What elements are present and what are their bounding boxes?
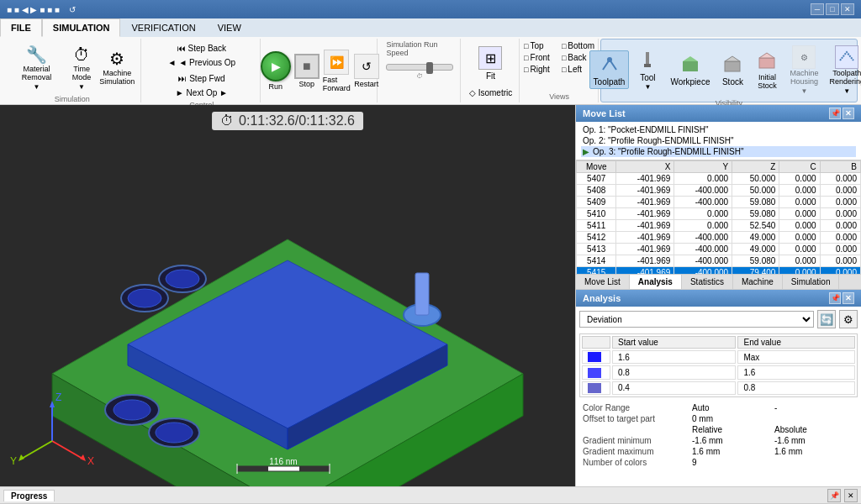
table-row[interactable]: 5414-401.969-400.00059.0800.0000.000 — [577, 255, 861, 267]
machine-simulation-button[interactable]: ⚙ MachineSimulation — [98, 46, 135, 89]
control-group: ⏮ Step Back ◄ ◄ Previous Op ⏭ Step Fwd — [143, 39, 261, 102]
workpiece-button[interactable]: Workpiece — [666, 50, 714, 89]
panel-close-button[interactable]: ✕ — [843, 108, 854, 119]
prev-op-button[interactable]: ◄ ◄ Previous Op — [164, 56, 240, 69]
analysis-settings-button[interactable]: ⚙ — [839, 310, 858, 328]
isometric-button[interactable]: ◇ Isometric — [465, 87, 517, 99]
bottom-tab-progress[interactable]: Progress — [3, 490, 55, 501]
front-view-button[interactable]: □ Front — [521, 52, 552, 63]
svg-rect-37 — [299, 466, 330, 471]
app-title: ■ ■ ◀ ▶ ■ ■ ■ ↺ — [7, 5, 76, 14]
maximize-button[interactable]: □ — [826, 3, 839, 15]
svg-point-0 — [607, 57, 612, 62]
color-col-header — [582, 336, 610, 349]
isometric-icon: ◇ — [469, 88, 476, 97]
analysis-content: Deviation 🔄 ⚙ Start value End value — [576, 307, 861, 486]
title-bar: ■ ■ ◀ ▶ ■ ■ ■ ↺ ─ □ ✕ — [0, 0, 861, 18]
bottom-pin-button[interactable]: 📌 — [827, 489, 841, 502]
color-table-row: 0.8 1.6 — [582, 365, 855, 379]
color-table-row: 1.6 Max — [582, 350, 855, 364]
main-area: ⏱ 0:11:32.6/0:11:32.6 — [0, 105, 861, 486]
operation-3[interactable]: ▶ Op. 3: "Profile Rough-ENDMILL FINISH" — [581, 146, 856, 157]
tool-button[interactable]: Tool ▼ — [631, 46, 663, 93]
tab-statistics[interactable]: Statistics — [682, 275, 733, 289]
table-row[interactable]: 5411-401.9690.00052.5400.0000.000 — [577, 220, 861, 232]
tab-move-list[interactable]: Move List — [576, 275, 630, 289]
toolpath-button[interactable]: Toolpath — [589, 50, 630, 89]
material-removal-button[interactable]: 🔧 Material Removal ▼ — [8, 42, 65, 93]
operation-1[interactable]: Op. 1: "Pocket-ENDMILL FINISH" — [581, 124, 856, 135]
simulation-group-label: Simulation — [55, 95, 90, 103]
tab-verification[interactable]: VERIFICATION — [120, 18, 206, 37]
restart-button[interactable]: ↺ — [354, 54, 379, 79]
fit-button[interactable]: ⊞ Fit — [473, 42, 508, 85]
svg-marker-4 — [683, 56, 698, 61]
close-button[interactable]: ✕ — [841, 3, 854, 15]
simulation-group-inner: 🔧 Material Removal ▼ ⏱ TimeMode ▼ ⚙ Mach… — [8, 40, 135, 95]
right-panel: Move List 📌 ✕ Op. 1: "Pocket-ENDMILL FIN… — [575, 105, 861, 486]
table-row[interactable]: 5410-401.9690.00059.0800.0000.000 — [577, 208, 861, 220]
col-b: B — [820, 161, 860, 173]
timer-display: 0:11:32.6/0:11:32.6 — [239, 113, 355, 129]
table-row[interactable]: 5415-401.969-400.00079.4000.0000.000 — [577, 267, 861, 275]
analysis-toolbar: Deviation 🔄 ⚙ — [579, 310, 858, 328]
operation-2[interactable]: Op. 2: "Profile Rough-ENDMILL FINISH" — [581, 135, 856, 146]
move-list-header: Move List 📌 ✕ — [576, 105, 861, 122]
table-row[interactable]: 5413-401.969-400.00049.0000.0000.000 — [577, 244, 861, 255]
toolpath-rendering-button[interactable]: ToolpathRendering ▼ — [826, 43, 862, 97]
step-fwd-button[interactable]: ⏭ Step Fwd — [174, 72, 229, 85]
fast-forward-label: FastForward — [323, 76, 351, 92]
top-view-button[interactable]: □ Top — [521, 40, 552, 51]
bottom-close-button[interactable]: ✕ — [844, 489, 858, 502]
tab-simulation[interactable]: Simulation — [783, 275, 840, 289]
tab-file[interactable]: FILE — [0, 18, 42, 37]
minimize-button[interactable]: ─ — [811, 3, 824, 15]
status-bar-right: 📌 ✕ — [827, 489, 858, 502]
panel-pin-button[interactable]: 📌 — [829, 108, 841, 119]
fit-group: ⊞ Fit ◇ Isometric — [462, 39, 519, 102]
step-back-icon: ⏮ — [177, 44, 186, 53]
time-mode-button[interactable]: ⏱ TimeMode ▼ — [66, 42, 97, 93]
initial-stock-button[interactable]: InitialStock — [751, 47, 783, 93]
workpiece-icon — [679, 53, 702, 76]
analysis-refresh-button[interactable]: 🔄 — [817, 310, 836, 328]
step-back-button[interactable]: ⏮ Step Back — [173, 42, 231, 55]
machine-housing-icon: ⚙ — [792, 45, 816, 69]
stock-button[interactable]: Stock — [716, 50, 748, 89]
viewport[interactable]: ⏱ 0:11:32.6/0:11:32.6 — [0, 105, 575, 486]
table-row[interactable]: 5408-401.969-400.00050.0000.0000.000 — [577, 185, 861, 197]
table-row[interactable]: 5412-401.969-400.00049.0000.0000.000 — [577, 232, 861, 244]
analysis-close-button[interactable]: ✕ — [843, 292, 854, 304]
color-table-row: 0.4 0.8 — [582, 381, 855, 395]
analysis-prop-row: Gradient minimum -1.6 mm -1.6 mm — [579, 435, 858, 446]
right-view-button[interactable]: □ Right — [521, 64, 552, 75]
right-view-icon: □ — [524, 66, 528, 74]
machine-housing-button[interactable]: ⚙ MachineHousing ▼ — [785, 43, 822, 97]
run-button[interactable] — [261, 51, 291, 81]
stop-button[interactable]: ■ — [294, 54, 320, 79]
toolpath-icon — [598, 53, 621, 76]
move-table[interactable]: Move X Y Z C B 5407-401.9690.00050.0000.… — [576, 160, 861, 274]
svg-point-21 — [114, 400, 151, 420]
table-row[interactable]: 5409-401.969-400.00059.0800.0000.000 — [577, 197, 861, 208]
tab-simulation[interactable]: SIMULATION — [42, 18, 121, 37]
speed-slider[interactable] — [386, 64, 453, 71]
tab-analysis[interactable]: Analysis — [630, 275, 682, 289]
tab-view[interactable]: VIEW — [207, 18, 252, 37]
svg-rect-1 — [646, 52, 649, 66]
col-x: X — [616, 161, 674, 173]
svg-rect-3 — [683, 61, 698, 71]
fast-forward-button[interactable]: ⏩ — [324, 50, 349, 75]
fit-inner: ⊞ Fit ◇ Isometric — [465, 40, 517, 101]
panel-header-buttons: 📌 ✕ — [829, 108, 854, 119]
analysis-dropdown[interactable]: Deviation — [579, 311, 814, 328]
tab-machine[interactable]: Machine — [733, 275, 783, 289]
table-row[interactable]: 5407-401.9690.00050.0000.0000.000 — [577, 173, 861, 185]
status-bar: Progress 📌 ✕ — [0, 486, 861, 503]
next-op-button[interactable]: ► Next Op ► — [172, 87, 232, 99]
analysis-pin-button[interactable]: 📌 — [829, 292, 841, 304]
end-value-header: End value — [737, 336, 855, 349]
svg-point-17 — [128, 289, 161, 307]
control-inner: ⏮ Step Back ◄ ◄ Previous Op ⏭ Step Fwd — [164, 40, 240, 101]
machine-simulation-icon: ⚙ — [107, 49, 127, 69]
